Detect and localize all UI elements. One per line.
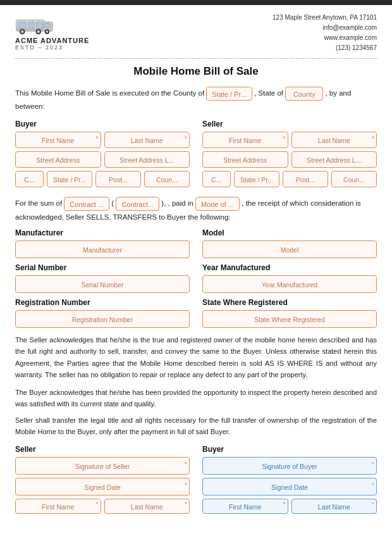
seller-address-row: Street Address Street Address L... xyxy=(202,151,377,168)
buyer-sig-label: Buyer xyxy=(202,445,377,454)
intro-prefix: This Mobile Home Bill of Sale is execute… xyxy=(15,89,204,97)
state-reg-label: State Where Registered xyxy=(202,298,377,307)
model-label: Model xyxy=(202,228,377,237)
property-grid-row2: Serial Number Serial Number Year Manufac… xyxy=(15,263,377,293)
paid-in-text: , paid in xyxy=(168,199,193,207)
sum-prefix: For the sum of xyxy=(15,199,62,207)
contact-info: 123 Maple Street Anytown, PA 17101 info@… xyxy=(273,13,377,53)
buyer-street2[interactable]: Street Address L... xyxy=(104,151,190,168)
reg-col: Registration Number Registration Number xyxy=(15,298,190,328)
seller-name-row: First Name Last Name xyxy=(15,499,190,514)
seller-city[interactable]: C... xyxy=(202,171,231,187)
body2-text: The Buyer acknowledges that he/she has b… xyxy=(15,389,377,408)
buyer-signature-field[interactable]: Signature of Buyer xyxy=(202,457,377,475)
seller-first-name[interactable]: First Name xyxy=(202,132,288,148)
contact-address: 123 Maple Street Anytown, PA 17101 xyxy=(273,13,377,23)
county-field[interactable]: County xyxy=(285,87,323,101)
seller-postal[interactable]: Post... xyxy=(283,171,328,187)
buyer-col: Buyer First Name Last Name Street Addres… xyxy=(15,120,190,190)
property-grid-row3: Registration Number Registration Number … xyxy=(15,298,377,328)
buyer-name-row: First Name Last Name xyxy=(202,499,377,514)
svg-rect-2 xyxy=(28,22,35,28)
seller-last-name[interactable]: Last Name xyxy=(291,132,377,148)
seller-label: Seller xyxy=(202,120,377,128)
logo-section: ACME ADVANTURE ESTD – 2023 xyxy=(15,13,89,51)
seller-state[interactable]: State / Pr... xyxy=(234,171,279,187)
seller-citystate-row: C... State / Pr... Post... Coun... xyxy=(202,171,377,187)
seller-sig-last[interactable]: Last Name xyxy=(104,499,190,514)
seller-street2[interactable]: Street Address L... xyxy=(291,151,377,168)
svg-point-12 xyxy=(46,30,48,32)
state-of-text: , State of xyxy=(254,89,283,97)
body1-text: The Seller acknowledges that he/she is t… xyxy=(15,336,377,378)
transfer-text: Seller shall transfer the legal title an… xyxy=(15,415,377,437)
year-col: Year Manufactured Year Manufactured xyxy=(202,263,377,293)
buyer-country[interactable]: Coun... xyxy=(144,171,190,187)
property-section: Manufacturer Manufacturer Model Model Se… xyxy=(15,228,377,328)
buyer-name-row: First Name Last Name xyxy=(15,132,190,148)
document-title: Mobile Home Bill of Sale xyxy=(0,65,392,78)
paren-close: ), xyxy=(161,199,168,207)
seller-country[interactable]: Coun... xyxy=(331,171,377,187)
seller-signature-field[interactable]: Signature of Seller xyxy=(15,457,190,475)
state-field[interactable]: State / Pr... xyxy=(206,87,252,101)
svg-point-6 xyxy=(21,30,23,33)
svg-point-8 xyxy=(37,30,40,33)
seller-street[interactable]: Street Address xyxy=(202,151,288,168)
buyer-label: Buyer xyxy=(15,120,190,128)
year-field[interactable]: Year Manufactured xyxy=(202,275,377,293)
header: ACME ADVANTURE ESTD – 2023 123 Maple Str… xyxy=(0,5,392,58)
top-bar xyxy=(0,0,392,5)
seller-name-row: First Name Last Name xyxy=(202,132,377,148)
buyer-date-field[interactable]: Signed Date xyxy=(202,478,377,496)
buyer-street[interactable]: Street Address xyxy=(15,151,101,168)
reg-field[interactable]: Registration Number xyxy=(15,310,190,328)
signature-section: Seller Signature of Seller Signed Date F… xyxy=(15,445,377,514)
manufacturer-col: Manufacturer Manufacturer xyxy=(15,228,190,258)
seller-sig-col: Seller Signature of Seller Signed Date F… xyxy=(15,445,190,514)
serial-field[interactable]: Serial Number xyxy=(15,275,190,293)
state-reg-field[interactable]: State Where Registered xyxy=(202,310,377,328)
transfer-text-content: Seller shall transfer the legal title an… xyxy=(15,416,377,435)
paren-open: ( xyxy=(111,199,114,207)
company-logo-icon xyxy=(15,13,56,35)
seller-sig-label: Seller xyxy=(15,445,190,454)
state-reg-col: State Where Registered State Where Regis… xyxy=(202,298,377,328)
buyer-sig-last[interactable]: Last Name xyxy=(291,499,377,514)
company-name: ACME ADVANTURE xyxy=(15,37,89,44)
buyer-postal[interactable]: Post... xyxy=(95,171,141,187)
buyer-first-name[interactable]: First Name xyxy=(15,132,101,148)
body-text-2: The Buyer acknowledges that he/she has b… xyxy=(15,387,377,409)
seller-date-field[interactable]: Signed Date xyxy=(15,478,190,496)
contact-email: info@example.com xyxy=(273,23,377,33)
mode-field[interactable]: Mode of ... xyxy=(195,197,240,211)
intro-text: This Mobile Home Bill of Sale is execute… xyxy=(15,87,377,113)
main-content: This Mobile Home Bill of Sale is execute… xyxy=(0,87,392,514)
contact-phone: (123) 1234567 xyxy=(273,43,377,53)
manufacturer-label: Manufacturer xyxy=(15,228,190,237)
svg-rect-3 xyxy=(37,22,43,28)
seller-col: Seller First Name Last Name Street Addre… xyxy=(202,120,377,190)
contact-website: www.example.com xyxy=(273,33,377,43)
party-section: Buyer First Name Last Name Street Addres… xyxy=(15,120,377,190)
buyer-city[interactable]: C... xyxy=(15,171,44,187)
serial-label: Serial Number xyxy=(15,263,190,272)
buyer-state[interactable]: State / Pr... xyxy=(47,171,92,187)
buyer-sig-col: Buyer Signature of Buyer Signed Date Fir… xyxy=(202,445,377,514)
model-col: Model Model xyxy=(202,228,377,258)
buyer-sig-first[interactable]: First Name xyxy=(202,499,288,514)
buyer-last-name[interactable]: Last Name xyxy=(104,132,190,148)
svg-rect-1 xyxy=(18,22,27,28)
manufacturer-field[interactable]: Manufacturer xyxy=(15,240,190,258)
sum-row: For the sum of Contract ... ( Contract..… xyxy=(15,197,377,224)
model-field[interactable]: Model xyxy=(202,240,377,258)
contract-amount-field[interactable]: Contract ... xyxy=(64,197,109,211)
svg-rect-10 xyxy=(45,23,50,27)
contract-words-field[interactable]: Contract... xyxy=(116,197,159,211)
reg-label: Registration Number xyxy=(15,298,190,307)
year-label: Year Manufactured xyxy=(202,263,377,272)
seller-sig-first[interactable]: First Name xyxy=(15,499,101,514)
buyer-citystate-row: C... State / Pr... Post... Coun... xyxy=(15,171,190,187)
serial-col: Serial Number Serial Number xyxy=(15,263,190,293)
company-tagline: ESTD – 2023 xyxy=(15,44,63,51)
